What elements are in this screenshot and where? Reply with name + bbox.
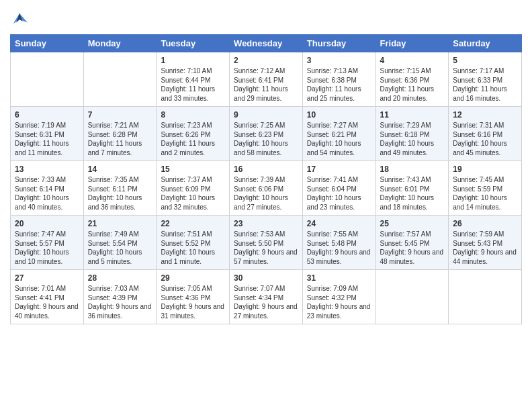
calendar-cell: 8Sunrise: 7:23 AMSunset: 6:26 PMDaylight… [157,107,230,161]
cell-content: Sunrise: 7:43 AMSunset: 6:01 PMDaylight:… [380,175,445,212]
day-number: 18 [380,165,445,174]
col-header-sunday: Sunday [11,35,84,52]
day-number: 21 [88,219,152,228]
day-number: 1 [161,56,225,65]
cell-content: Sunrise: 7:13 AMSunset: 6:38 PMDaylight:… [307,66,371,103]
day-number: 16 [234,165,298,174]
calendar-cell: 19Sunrise: 7:45 AMSunset: 5:59 PMDayligh… [449,161,522,216]
cell-content: Sunrise: 7:05 AMSunset: 4:36 PMDaylight:… [161,284,225,320]
day-number: 22 [161,219,225,228]
calendar-cell: 26Sunrise: 7:59 AMSunset: 5:43 PMDayligh… [449,216,522,270]
day-number: 2 [234,56,298,65]
calendar-cell: 7Sunrise: 7:21 AMSunset: 6:28 PMDaylight… [83,107,157,161]
cell-content: Sunrise: 7:15 AMSunset: 6:36 PMDaylight:… [380,66,445,103]
calendar-cell: 14Sunrise: 7:35 AMSunset: 6:11 PMDayligh… [83,161,157,216]
calendar-cell: 16Sunrise: 7:39 AMSunset: 6:06 PMDayligh… [230,161,303,216]
calendar-cell: 17Sunrise: 7:41 AMSunset: 6:04 PMDayligh… [302,161,375,216]
calendar-cell: 20Sunrise: 7:47 AMSunset: 5:57 PMDayligh… [11,216,84,270]
day-number: 25 [380,219,445,228]
cell-content: Sunrise: 7:23 AMSunset: 6:26 PMDaylight:… [161,121,225,157]
cell-content: Sunrise: 7:25 AMSunset: 6:23 PMDaylight:… [234,121,298,157]
col-header-monday: Monday [83,35,157,52]
day-number: 7 [88,110,152,120]
cell-content: Sunrise: 7:45 AMSunset: 5:59 PMDaylight:… [453,175,517,212]
cell-content: Sunrise: 7:59 AMSunset: 5:43 PMDaylight:… [453,230,517,266]
day-number: 14 [88,165,152,174]
calendar-cell: 29Sunrise: 7:05 AMSunset: 4:36 PMDayligh… [157,270,230,324]
cell-content: Sunrise: 7:35 AMSunset: 6:11 PMDaylight:… [88,175,152,212]
week-row-5: 27Sunrise: 7:01 AMSunset: 4:41 PMDayligh… [11,270,522,324]
cell-content: Sunrise: 7:55 AMSunset: 5:48 PMDaylight:… [307,230,371,266]
calendar-table: SundayMondayTuesdayWednesdayThursdayFrid… [10,34,522,324]
calendar-cell: 1Sunrise: 7:10 AMSunset: 6:44 PMDaylight… [157,52,230,107]
col-header-thursday: Thursday [302,35,375,52]
cell-content: Sunrise: 7:03 AMSunset: 4:39 PMDaylight:… [88,284,152,320]
col-header-saturday: Saturday [449,35,522,52]
cell-content: Sunrise: 7:39 AMSunset: 6:06 PMDaylight:… [234,175,298,212]
calendar-cell [11,52,84,107]
day-number: 26 [453,219,517,228]
cell-content: Sunrise: 7:12 AMSunset: 6:41 PMDaylight:… [234,66,298,103]
day-number: 28 [88,273,152,283]
calendar-cell: 6Sunrise: 7:19 AMSunset: 6:31 PMDaylight… [11,107,84,161]
day-number: 29 [161,273,225,283]
cell-content: Sunrise: 7:31 AMSunset: 6:16 PMDaylight:… [453,121,517,157]
calendar-cell: 4Sunrise: 7:15 AMSunset: 6:36 PMDaylight… [375,52,449,107]
calendar-cell: 9Sunrise: 7:25 AMSunset: 6:23 PMDaylight… [230,107,303,161]
day-number: 30 [234,273,298,283]
calendar-cell [375,270,449,324]
col-header-wednesday: Wednesday [230,35,303,52]
day-number: 13 [15,165,79,174]
calendar-cell: 13Sunrise: 7:33 AMSunset: 6:14 PMDayligh… [11,161,84,216]
cell-content: Sunrise: 7:53 AMSunset: 5:50 PMDaylight:… [234,230,298,266]
cell-content: Sunrise: 7:49 AMSunset: 5:54 PMDaylight:… [88,230,152,266]
day-number: 20 [15,219,79,228]
calendar-cell: 11Sunrise: 7:29 AMSunset: 6:18 PMDayligh… [375,107,449,161]
cell-content: Sunrise: 7:33 AMSunset: 6:14 PMDaylight:… [15,175,79,212]
day-number: 31 [307,273,371,283]
cell-content: Sunrise: 7:27 AMSunset: 6:21 PMDaylight:… [307,121,371,157]
calendar-cell: 30Sunrise: 7:07 AMSunset: 4:34 PMDayligh… [230,270,303,324]
calendar-cell: 3Sunrise: 7:13 AMSunset: 6:38 PMDaylight… [302,52,375,107]
header-row: SundayMondayTuesdayWednesdayThursdayFrid… [11,35,522,52]
calendar-cell: 15Sunrise: 7:37 AMSunset: 6:09 PMDayligh… [157,161,230,216]
cell-content: Sunrise: 7:21 AMSunset: 6:28 PMDaylight:… [88,121,152,157]
calendar-cell: 24Sunrise: 7:55 AMSunset: 5:48 PMDayligh… [302,216,375,270]
calendar-cell: 22Sunrise: 7:51 AMSunset: 5:52 PMDayligh… [157,216,230,270]
logo [10,10,32,29]
day-number: 19 [453,165,517,174]
cell-content: Sunrise: 7:01 AMSunset: 4:41 PMDaylight:… [15,284,79,320]
day-number: 9 [234,110,298,120]
calendar-cell [449,270,522,324]
cell-content: Sunrise: 7:47 AMSunset: 5:57 PMDaylight:… [15,230,79,266]
day-number: 10 [307,110,371,120]
cell-content: Sunrise: 7:57 AMSunset: 5:45 PMDaylight:… [380,230,445,266]
cell-content: Sunrise: 7:41 AMSunset: 6:04 PMDaylight:… [307,175,371,212]
day-number: 8 [161,110,225,120]
logo-bird-icon [10,10,29,29]
day-number: 5 [453,56,517,65]
day-number: 6 [15,110,79,120]
calendar-cell: 25Sunrise: 7:57 AMSunset: 5:45 PMDayligh… [375,216,449,270]
day-number: 27 [15,273,79,283]
calendar-cell: 21Sunrise: 7:49 AMSunset: 5:54 PMDayligh… [83,216,157,270]
day-number: 24 [307,219,371,228]
calendar-cell: 5Sunrise: 7:17 AMSunset: 6:33 PMDaylight… [449,52,522,107]
week-row-3: 13Sunrise: 7:33 AMSunset: 6:14 PMDayligh… [11,161,522,216]
day-number: 17 [307,165,371,174]
cell-content: Sunrise: 7:37 AMSunset: 6:09 PMDaylight:… [161,175,225,212]
day-number: 4 [380,56,445,65]
week-row-2: 6Sunrise: 7:19 AMSunset: 6:31 PMDaylight… [11,107,522,161]
cell-content: Sunrise: 7:10 AMSunset: 6:44 PMDaylight:… [161,66,225,103]
week-row-1: 1Sunrise: 7:10 AMSunset: 6:44 PMDaylight… [11,52,522,107]
cell-content: Sunrise: 7:19 AMSunset: 6:31 PMDaylight:… [15,121,79,157]
day-number: 23 [234,219,298,228]
cell-content: Sunrise: 7:51 AMSunset: 5:52 PMDaylight:… [161,230,225,266]
day-number: 3 [307,56,371,65]
cell-content: Sunrise: 7:07 AMSunset: 4:34 PMDaylight:… [234,284,298,320]
cell-content: Sunrise: 7:17 AMSunset: 6:33 PMDaylight:… [453,66,517,103]
calendar-cell: 28Sunrise: 7:03 AMSunset: 4:39 PMDayligh… [83,270,157,324]
calendar-cell: 31Sunrise: 7:09 AMSunset: 4:32 PMDayligh… [302,270,375,324]
cell-content: Sunrise: 7:29 AMSunset: 6:18 PMDaylight:… [380,121,445,157]
calendar-cell: 27Sunrise: 7:01 AMSunset: 4:41 PMDayligh… [11,270,84,324]
